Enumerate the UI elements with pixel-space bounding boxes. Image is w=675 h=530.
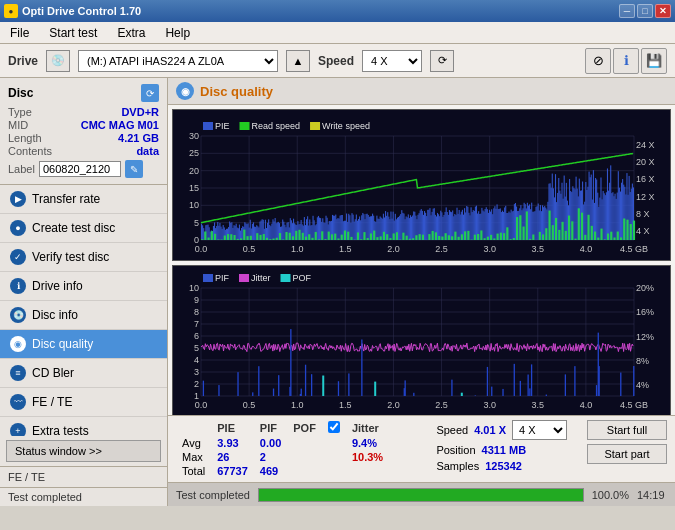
position-label: Position <box>436 444 475 456</box>
speed-select[interactable]: 4 X <box>362 50 422 72</box>
position-value: 4311 MB <box>482 444 527 456</box>
disc-type-label: Type <box>8 106 32 118</box>
speed-label: Speed <box>318 54 354 68</box>
disc-info-panel: Disc ⟳ Type DVD+R MID CMC MAG M01 Length… <box>0 78 167 185</box>
drivebar: Drive 💿 (M:) ATAPI iHAS224 A ZL0A ▲ Spee… <box>0 44 675 78</box>
nav-create-test-disc[interactable]: ● Create test disc <box>0 214 167 243</box>
disc-quality-icon: ◉ <box>10 336 26 352</box>
sidebar: Disc ⟳ Type DVD+R MID CMC MAG M01 Length… <box>0 78 168 506</box>
samples-value: 125342 <box>485 460 522 472</box>
nav-items: ▶ Transfer rate ● Create test disc ✓ Ver… <box>0 185 167 436</box>
chart1-canvas <box>173 110 670 260</box>
status-window-button[interactable]: Status window >> <box>6 440 161 462</box>
stats-total-row: Total 67737 469 <box>176 464 389 478</box>
nav-disc-info[interactable]: 💿 Disc info <box>0 301 167 330</box>
progress-percent: 100.0% <box>592 489 629 501</box>
nav-disc-info-label: Disc info <box>32 308 78 322</box>
avg-pie: 3.93 <box>211 436 254 450</box>
info-icon[interactable]: ℹ <box>613 48 639 74</box>
disc-label-edit-button[interactable]: ✎ <box>125 160 143 178</box>
speed-select2[interactable]: 4 X <box>512 420 567 440</box>
disc-length-label: Length <box>8 132 42 144</box>
refresh-button[interactable]: ⟳ <box>430 50 454 72</box>
menu-help[interactable]: Help <box>161 24 194 42</box>
total-pie: 67737 <box>211 464 254 478</box>
content-area: ◉ Disc quality PIE PIF <box>168 78 675 506</box>
disc-info-icon: 💿 <box>10 307 26 323</box>
nav-verify-test-disc[interactable]: ✓ Verify test disc <box>0 243 167 272</box>
start-part-button[interactable]: Start part <box>587 444 667 464</box>
col-jitter: Jitter <box>346 420 389 436</box>
test-completed-section: Test completed <box>0 487 167 506</box>
erase-icon[interactable]: ⊘ <box>585 48 611 74</box>
samples-label: Samples <box>436 460 479 472</box>
app-icon: ● <box>4 4 18 18</box>
drive-select[interactable]: (M:) ATAPI iHAS224 A ZL0A <box>78 50 278 72</box>
nav-disc-quality[interactable]: ◉ Disc quality <box>0 330 167 359</box>
disc-refresh-button[interactable]: ⟳ <box>141 84 159 102</box>
nav-verify-test-disc-label: Verify test disc <box>32 250 109 264</box>
total-pof <box>287 464 322 478</box>
disc-contents-label: Contents <box>8 145 52 157</box>
nav-transfer-rate-label: Transfer rate <box>32 192 100 206</box>
window-controls: ─ □ ✕ <box>619 4 671 18</box>
total-label: Total <box>176 464 211 478</box>
cd-bler-icon: ≡ <box>10 365 26 381</box>
avg-label: Avg <box>176 436 211 450</box>
close-button[interactable]: ✕ <box>655 4 671 18</box>
status-window-label: Status window >> <box>15 445 102 457</box>
create-test-disc-icon: ● <box>10 220 26 236</box>
nav-extra-tests-label: Extra tests <box>32 424 89 436</box>
total-jitter <box>346 464 389 478</box>
nav-fe-te-label: FE / TE <box>32 395 72 409</box>
stats-max-row: Max 26 2 10.3% <box>176 450 389 464</box>
chart2-container <box>172 265 671 415</box>
menubar: File Start test Extra Help <box>0 22 675 44</box>
col-pif: PIF <box>254 420 287 436</box>
max-pof <box>287 450 322 464</box>
transfer-rate-icon: ▶ <box>10 191 26 207</box>
content-title: Disc quality <box>200 84 273 99</box>
nav-cd-bler[interactable]: ≡ CD Bler <box>0 359 167 388</box>
col-pof: POF <box>287 420 322 436</box>
stats-avg-row: Avg 3.93 0.00 9.4% <box>176 436 389 450</box>
speed-value: 4.01 X <box>474 424 506 436</box>
disc-mid-label: MID <box>8 119 28 131</box>
jitter-checkbox[interactable] <box>328 421 340 433</box>
fe-te-label: FE / TE <box>8 471 45 483</box>
fe-te-section: FE / TE <box>0 466 167 487</box>
nav-fe-te[interactable]: 〰 FE / TE <box>0 388 167 417</box>
drive-label: Drive <box>8 54 38 68</box>
eject-button[interactable]: ▲ <box>286 50 310 72</box>
nav-drive-info-label: Drive info <box>32 279 83 293</box>
maximize-button[interactable]: □ <box>637 4 653 18</box>
sidebar-bottom: Status window >> FE / TE Test completed <box>0 436 167 506</box>
nav-transfer-rate[interactable]: ▶ Transfer rate <box>0 185 167 214</box>
app-title: Opti Drive Control 1.70 <box>22 5 141 17</box>
avg-pof <box>287 436 322 450</box>
progress-bar <box>258 488 584 502</box>
save-icon[interactable]: 💾 <box>641 48 667 74</box>
samples-info-row: Samples 125342 <box>436 460 567 472</box>
chart2-canvas <box>173 266 670 415</box>
drive-icon: 💿 <box>46 50 70 72</box>
nav-extra-tests[interactable]: + Extra tests <box>0 417 167 436</box>
start-full-button[interactable]: Start full <box>587 420 667 440</box>
avg-pif: 0.00 <box>254 436 287 450</box>
stats-area: PIE PIF POF Jitter Avg 3.93 0.00 <box>168 415 675 482</box>
menu-start-test[interactable]: Start test <box>45 24 101 42</box>
nav-drive-info[interactable]: ℹ Drive info <box>0 272 167 301</box>
menu-extra[interactable]: Extra <box>113 24 149 42</box>
titlebar: ● Opti Drive Control 1.70 ─ □ ✕ <box>0 0 675 22</box>
position-info-row: Position 4311 MB <box>436 444 567 456</box>
verify-test-disc-icon: ✓ <box>10 249 26 265</box>
progress-area: Test completed 100.0% 14:19 <box>168 482 675 506</box>
speed-info-row: Speed 4.01 X 4 X <box>436 420 567 440</box>
disc-label-input[interactable] <box>39 161 121 177</box>
progress-test-completed: Test completed <box>176 489 250 501</box>
menu-file[interactable]: File <box>6 24 33 42</box>
disc-type-value: DVD+R <box>121 106 159 118</box>
disc-contents-value: data <box>136 145 159 157</box>
minimize-button[interactable]: ─ <box>619 4 635 18</box>
stats-table: PIE PIF POF Jitter Avg 3.93 0.00 <box>176 420 389 478</box>
